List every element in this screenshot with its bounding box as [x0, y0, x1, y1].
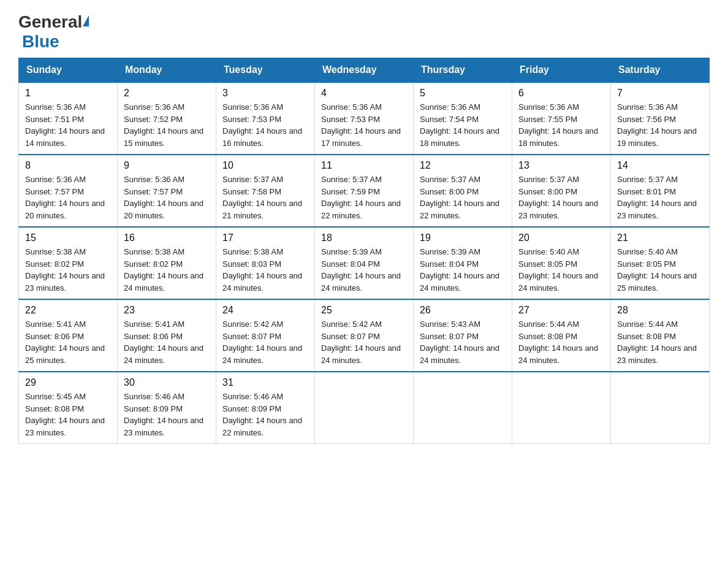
day-number: 8: [25, 160, 111, 171]
day-number: 3: [222, 88, 308, 99]
day-info: Sunrise: 5:44 AM Sunset: 8:08 PM Dayligh…: [518, 318, 604, 366]
day-info: Sunrise: 5:36 AM Sunset: 7:51 PM Dayligh…: [25, 101, 111, 149]
day-number: 19: [420, 232, 506, 243]
day-number: 1: [25, 88, 111, 99]
calendar-cell: 18 Sunrise: 5:39 AM Sunset: 8:04 PM Dayl…: [315, 227, 414, 299]
day-info: Sunrise: 5:42 AM Sunset: 8:07 PM Dayligh…: [222, 318, 308, 366]
header-wednesday: Wednesday: [315, 58, 414, 83]
week-row-5: 29 Sunrise: 5:45 AM Sunset: 8:08 PM Dayl…: [19, 372, 710, 444]
calendar-cell: 13 Sunrise: 5:37 AM Sunset: 8:00 PM Dayl…: [512, 155, 611, 227]
day-number: 28: [617, 305, 703, 316]
day-number: 14: [617, 160, 703, 171]
logo-general: General: [18, 12, 82, 32]
calendar-cell: 30 Sunrise: 5:46 AM Sunset: 8:09 PM Dayl…: [118, 372, 216, 444]
day-info: Sunrise: 5:37 AM Sunset: 8:00 PM Dayligh…: [518, 174, 604, 221]
day-info: Sunrise: 5:44 AM Sunset: 8:08 PM Dayligh…: [617, 318, 703, 366]
day-info: Sunrise: 5:38 AM Sunset: 8:03 PM Dayligh…: [222, 246, 308, 294]
calendar-cell: 20 Sunrise: 5:40 AM Sunset: 8:05 PM Dayl…: [512, 227, 611, 299]
day-number: 31: [222, 377, 308, 388]
calendar-cell: 29 Sunrise: 5:45 AM Sunset: 8:08 PM Dayl…: [19, 372, 118, 444]
day-info: Sunrise: 5:41 AM Sunset: 8:06 PM Dayligh…: [124, 318, 210, 366]
day-number: 6: [518, 88, 604, 99]
day-number: 2: [124, 88, 210, 99]
logo-triangle-icon: [83, 15, 89, 26]
calendar-cell: [512, 372, 611, 444]
day-number: 29: [25, 377, 111, 388]
day-number: 10: [222, 160, 308, 171]
calendar-table: SundayMondayTuesdayWednesdayThursdayFrid…: [18, 58, 710, 444]
calendar-cell: 14 Sunrise: 5:37 AM Sunset: 8:01 PM Dayl…: [611, 155, 710, 227]
day-info: Sunrise: 5:42 AM Sunset: 8:07 PM Dayligh…: [321, 318, 407, 366]
day-number: 25: [321, 305, 407, 316]
calendar-cell: 10 Sunrise: 5:37 AM Sunset: 7:58 PM Dayl…: [216, 155, 315, 227]
day-number: 13: [518, 160, 604, 171]
header-friday: Friday: [512, 58, 611, 83]
day-info: Sunrise: 5:36 AM Sunset: 7:56 PM Dayligh…: [617, 101, 703, 149]
day-number: 7: [617, 88, 703, 99]
day-number: 24: [222, 305, 308, 316]
day-number: 30: [124, 377, 210, 388]
header-sunday: Sunday: [19, 58, 118, 83]
day-number: 26: [420, 305, 506, 316]
calendar-cell: 8 Sunrise: 5:36 AM Sunset: 7:57 PM Dayli…: [19, 155, 118, 227]
header-thursday: Thursday: [414, 58, 512, 83]
day-info: Sunrise: 5:39 AM Sunset: 8:04 PM Dayligh…: [321, 246, 407, 294]
calendar-cell: 19 Sunrise: 5:39 AM Sunset: 8:04 PM Dayl…: [414, 227, 512, 299]
day-info: Sunrise: 5:36 AM Sunset: 7:55 PM Dayligh…: [518, 101, 604, 149]
day-info: Sunrise: 5:36 AM Sunset: 7:53 PM Dayligh…: [321, 101, 407, 149]
calendar-cell: 16 Sunrise: 5:38 AM Sunset: 8:02 PM Dayl…: [118, 227, 216, 299]
calendar-cell: [315, 372, 414, 444]
week-row-2: 8 Sunrise: 5:36 AM Sunset: 7:57 PM Dayli…: [19, 155, 710, 227]
calendar-cell: 9 Sunrise: 5:36 AM Sunset: 7:57 PM Dayli…: [118, 155, 216, 227]
calendar-cell: 24 Sunrise: 5:42 AM Sunset: 8:07 PM Dayl…: [216, 299, 315, 372]
day-info: Sunrise: 5:37 AM Sunset: 8:01 PM Dayligh…: [617, 174, 703, 221]
calendar-cell: 21 Sunrise: 5:40 AM Sunset: 8:05 PM Dayl…: [611, 227, 710, 299]
calendar-cell: 5 Sunrise: 5:36 AM Sunset: 7:54 PM Dayli…: [414, 82, 512, 155]
calendar-cell: 27 Sunrise: 5:44 AM Sunset: 8:08 PM Dayl…: [512, 299, 611, 372]
day-number: 11: [321, 160, 407, 171]
calendar-cell: 11 Sunrise: 5:37 AM Sunset: 7:59 PM Dayl…: [315, 155, 414, 227]
day-info: Sunrise: 5:46 AM Sunset: 8:09 PM Dayligh…: [124, 391, 210, 439]
day-info: Sunrise: 5:38 AM Sunset: 8:02 PM Dayligh…: [124, 246, 210, 294]
calendar-cell: 15 Sunrise: 5:38 AM Sunset: 8:02 PM Dayl…: [19, 227, 118, 299]
day-info: Sunrise: 5:40 AM Sunset: 8:05 PM Dayligh…: [617, 246, 703, 294]
day-info: Sunrise: 5:37 AM Sunset: 7:59 PM Dayligh…: [321, 174, 407, 221]
calendar-cell: 4 Sunrise: 5:36 AM Sunset: 7:53 PM Dayli…: [315, 82, 414, 155]
logo: General Blue: [18, 12, 89, 52]
day-number: 17: [222, 232, 308, 243]
day-number: 18: [321, 232, 407, 243]
calendar-cell: [414, 372, 512, 444]
day-info: Sunrise: 5:37 AM Sunset: 7:58 PM Dayligh…: [222, 174, 308, 221]
page-header: General Blue: [18, 12, 710, 52]
header-saturday: Saturday: [611, 58, 710, 83]
day-number: 5: [420, 88, 506, 99]
day-number: 27: [518, 305, 604, 316]
day-info: Sunrise: 5:46 AM Sunset: 8:09 PM Dayligh…: [222, 391, 308, 439]
day-info: Sunrise: 5:36 AM Sunset: 7:53 PM Dayligh…: [222, 101, 308, 149]
calendar-cell: 26 Sunrise: 5:43 AM Sunset: 8:07 PM Dayl…: [414, 299, 512, 372]
day-info: Sunrise: 5:38 AM Sunset: 8:02 PM Dayligh…: [25, 246, 111, 294]
day-info: Sunrise: 5:43 AM Sunset: 8:07 PM Dayligh…: [420, 318, 506, 366]
day-number: 21: [617, 232, 703, 243]
day-info: Sunrise: 5:39 AM Sunset: 8:04 PM Dayligh…: [420, 246, 506, 294]
calendar-cell: 1 Sunrise: 5:36 AM Sunset: 7:51 PM Dayli…: [19, 82, 118, 155]
calendar-cell: 17 Sunrise: 5:38 AM Sunset: 8:03 PM Dayl…: [216, 227, 315, 299]
day-number: 12: [420, 160, 506, 171]
day-info: Sunrise: 5:36 AM Sunset: 7:57 PM Dayligh…: [25, 174, 111, 221]
header-tuesday: Tuesday: [216, 58, 315, 83]
calendar-cell: 6 Sunrise: 5:36 AM Sunset: 7:55 PM Dayli…: [512, 82, 611, 155]
day-number: 23: [124, 305, 210, 316]
calendar-cell: 3 Sunrise: 5:36 AM Sunset: 7:53 PM Dayli…: [216, 82, 315, 155]
calendar-cell: 31 Sunrise: 5:46 AM Sunset: 8:09 PM Dayl…: [216, 372, 315, 444]
calendar-cell: 25 Sunrise: 5:42 AM Sunset: 8:07 PM Dayl…: [315, 299, 414, 372]
day-number: 22: [25, 305, 111, 316]
calendar-cell: 2 Sunrise: 5:36 AM Sunset: 7:52 PM Dayli…: [118, 82, 216, 155]
day-number: 20: [518, 232, 604, 243]
week-row-1: 1 Sunrise: 5:36 AM Sunset: 7:51 PM Dayli…: [19, 82, 710, 155]
calendar-cell: 12 Sunrise: 5:37 AM Sunset: 8:00 PM Dayl…: [414, 155, 512, 227]
logo-blue: Blue: [22, 32, 59, 52]
day-info: Sunrise: 5:36 AM Sunset: 7:52 PM Dayligh…: [124, 101, 210, 149]
week-row-3: 15 Sunrise: 5:38 AM Sunset: 8:02 PM Dayl…: [19, 227, 710, 299]
calendar-cell: 23 Sunrise: 5:41 AM Sunset: 8:06 PM Dayl…: [118, 299, 216, 372]
day-number: 9: [124, 160, 210, 171]
